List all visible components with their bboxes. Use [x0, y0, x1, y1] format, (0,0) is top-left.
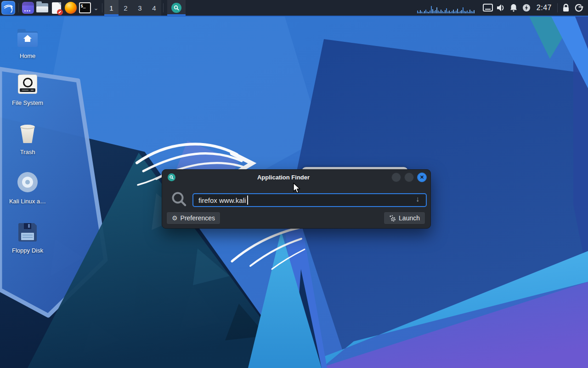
hard-drive-icon: [18, 75, 37, 94]
workspace-2[interactable]: 2: [119, 0, 133, 16]
preferences-button-label: Preferences: [181, 214, 215, 222]
application-finder-icon: [168, 173, 175, 181]
launcher-desktop-app[interactable]: [21, 0, 35, 16]
window-title: Application Finder: [175, 174, 391, 181]
panel-separator: [163, 3, 164, 12]
notifications-bell-icon[interactable]: [507, 3, 520, 12]
search-icon: [170, 191, 188, 208]
lock-screen-icon[interactable]: [560, 3, 572, 12]
desktop-icon-kali-cd[interactable]: Kali Linux a…: [2, 171, 53, 205]
panel-separator: [18, 3, 19, 12]
launcher-file-manager[interactable]: [35, 0, 49, 16]
mouse-cursor: [293, 183, 303, 195]
minimize-button[interactable]: [391, 172, 401, 182]
launcher-firefox[interactable]: [63, 0, 78, 16]
panel-clock[interactable]: 2:47: [533, 4, 555, 12]
cd-disc-icon: [17, 172, 38, 192]
desktop-icon-label: Floppy Disk: [12, 247, 43, 254]
application-finder-window: Application Finder ✕ ↓ ⚙ Preferences: [162, 169, 431, 229]
home-folder-icon: [17, 31, 38, 47]
workspace-1[interactable]: 1: [104, 0, 119, 16]
desktop-icon-file-system[interactable]: File System: [2, 73, 53, 106]
panel-separator: [557, 3, 558, 12]
desktop: $_ ⌄ 1 2 3 4: [0, 0, 588, 368]
volume-icon[interactable]: [494, 3, 507, 12]
search-input[interactable]: [192, 193, 427, 207]
panel-separator: [102, 3, 102, 12]
floppy-disk-icon: [18, 223, 37, 242]
applications-menu-button[interactable]: [0, 0, 17, 16]
desktop-icon-trash[interactable]: Trash: [2, 122, 53, 155]
kali-logo-icon: [1, 1, 15, 15]
logout-icon[interactable]: [572, 3, 585, 12]
folder-icon: [36, 3, 48, 12]
preferences-button[interactable]: ⚙ Preferences: [166, 212, 220, 224]
taskbar-application-finder[interactable]: [167, 0, 186, 16]
gear-icon: ⚙: [172, 215, 178, 221]
desktop-icon-label: Home: [20, 52, 36, 59]
desktop-icon-label: Kali Linux a…: [9, 198, 46, 205]
launch-button[interactable]: Launch: [384, 212, 425, 224]
terminal-dropdown-chevron[interactable]: ⌄: [92, 0, 100, 16]
terminal-icon: $_: [79, 2, 91, 13]
launcher-text-editor[interactable]: [49, 0, 63, 16]
desktop-icon-home[interactable]: Home: [2, 26, 53, 59]
display-settings-icon[interactable]: [481, 4, 494, 12]
firefox-icon: [65, 2, 77, 14]
top-panel: $_ ⌄ 1 2 3 4: [0, 0, 588, 17]
audio-spectrum-graph: [417, 2, 475, 13]
application-finder-icon: [171, 3, 181, 13]
window-app-icon: [22, 2, 34, 14]
close-button[interactable]: ✕: [417, 172, 427, 182]
maximize-button[interactable]: [404, 172, 414, 182]
desktop-icon-label: Trash: [20, 149, 35, 155]
text-cursor: [247, 196, 248, 205]
launch-button-label: Launch: [399, 214, 420, 222]
power-manager-icon[interactable]: [520, 3, 533, 12]
workspace-4[interactable]: 4: [147, 0, 161, 16]
desktop-icon-floppy[interactable]: Floppy Disk: [2, 220, 53, 254]
document-edit-icon: [52, 2, 61, 14]
run-icon: [389, 215, 396, 222]
desktop-icon-label: File System: [12, 99, 43, 106]
trash-icon: [19, 125, 36, 143]
workspace-switcher: 1 2 3 4: [104, 0, 161, 16]
launcher-terminal[interactable]: $_: [78, 0, 92, 16]
workspace-3[interactable]: 3: [133, 0, 147, 16]
